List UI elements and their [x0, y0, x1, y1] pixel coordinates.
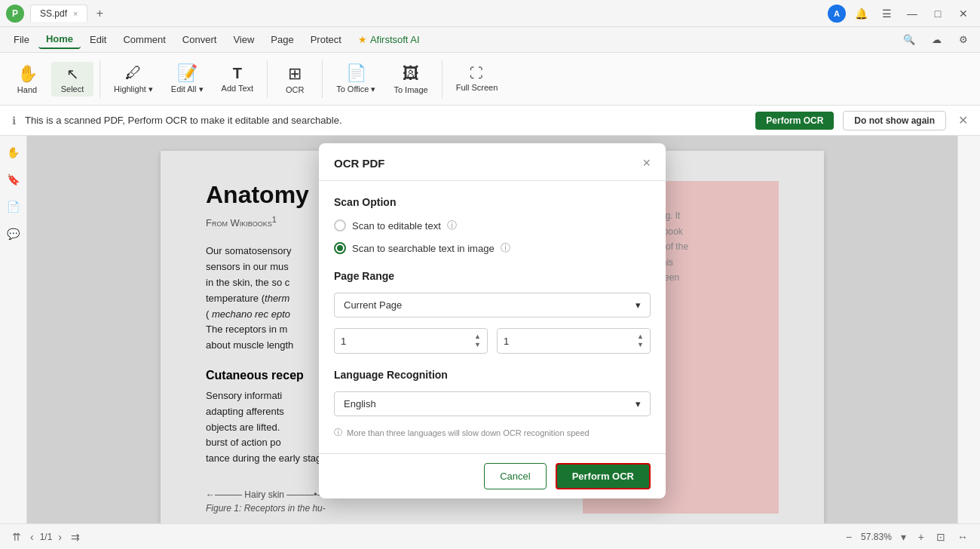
- star-icon: ★: [358, 34, 367, 45]
- select-icon: ↖: [66, 65, 79, 83]
- tool-select-label: Select: [61, 84, 84, 94]
- pdf-content-area: Anatomy From Wikibooks1 Our somatosensor…: [27, 136, 957, 523]
- zoom-in-button[interactable]: +: [915, 529, 927, 544]
- spinner-end-down-icon[interactable]: ▼: [637, 341, 644, 349]
- app-logo: P: [6, 5, 24, 23]
- search-icon[interactable]: 🔍: [899, 29, 920, 51]
- cloud-upload-icon[interactable]: ☁: [926, 29, 947, 51]
- menu-home[interactable]: Home: [38, 30, 81, 49]
- menu-comment[interactable]: Comment: [115, 31, 173, 48]
- logo-letter: P: [12, 8, 18, 19]
- settings-icon[interactable]: ⚙: [953, 29, 974, 51]
- perform-ocr-button[interactable]: Perform OCR: [755, 112, 834, 130]
- perform-ocr-dialog-button[interactable]: Perform OCR: [556, 463, 651, 489]
- zoom-controls: − 57.83% ▾ + ⊡ ↔: [843, 529, 971, 544]
- page-range-dropdown[interactable]: Current Page ▾: [334, 293, 651, 317]
- radio-editable-text[interactable]: Scan to editable text ⓘ: [334, 219, 651, 232]
- menu-view[interactable]: View: [225, 31, 262, 48]
- dialog-body: Scan Option Scan to editable text ⓘ Scan…: [319, 181, 666, 453]
- menu-file[interactable]: File: [6, 31, 37, 48]
- spinner-end-up-icon[interactable]: ▲: [637, 333, 644, 341]
- new-tab-button[interactable]: +: [90, 5, 109, 23]
- spinner-down-icon[interactable]: ▼: [474, 341, 481, 349]
- spinner-start: 1 ▲ ▼: [334, 328, 488, 354]
- info-icon-1[interactable]: ⓘ: [447, 219, 457, 232]
- tab-close-icon[interactable]: ×: [73, 9, 78, 18]
- lang-hint: ⓘ More than three languages will slow do…: [334, 427, 651, 438]
- dialog-title: OCR PDF: [334, 157, 385, 170]
- page-range-title: Page Range: [334, 270, 651, 282]
- hand-icon: ✋: [17, 64, 38, 84]
- menu-convert[interactable]: Convert: [175, 31, 225, 48]
- menubar: File Home Edit Comment Convert View Page…: [0, 27, 980, 53]
- close-window-icon[interactable]: ✕: [953, 3, 974, 24]
- tool-editall-label: Edit All ▾: [171, 84, 204, 94]
- tooffice-icon: 📄: [346, 63, 366, 83]
- zoom-level: 57.83%: [861, 532, 892, 542]
- tool-toimage[interactable]: 🖼 To Image: [386, 61, 435, 97]
- fit-width-button[interactable]: ↔: [954, 529, 971, 544]
- active-tab[interactable]: SS.pdf ×: [30, 5, 87, 22]
- minimize-icon[interactable]: —: [902, 3, 923, 24]
- prev-page-button[interactable]: ‹: [27, 529, 37, 544]
- zoom-out-button[interactable]: −: [843, 529, 855, 544]
- hamburger-icon[interactable]: ☰: [876, 3, 897, 24]
- ocr-dialog: OCR PDF × Scan Option Scan to editable t…: [319, 143, 666, 498]
- info-icon-2[interactable]: ⓘ: [501, 241, 510, 255]
- page-range-spinners: 1 ▲ ▼ 1 ▲ ▼: [334, 328, 651, 354]
- highlight-icon: 🖊: [125, 63, 142, 83]
- maximize-icon[interactable]: □: [927, 3, 948, 24]
- afirstsoft-ai-button[interactable]: ★ Afirstsoft AI: [351, 31, 427, 48]
- hint-info-icon: ⓘ: [334, 427, 342, 438]
- bell-icon[interactable]: 🔔: [850, 3, 871, 24]
- radio-searchable-image[interactable]: Scan to searchable text in image ⓘ: [334, 241, 651, 255]
- tool-fullscreen[interactable]: ⛶ Full Screen: [449, 63, 506, 95]
- scan-option-title: Scan Option: [334, 196, 651, 208]
- notif-close-icon[interactable]: ✕: [958, 113, 968, 127]
- menu-page[interactable]: Page: [263, 31, 301, 48]
- hint-message: More than three languages will slow down…: [347, 428, 590, 437]
- tool-ocr-label: OCR: [286, 85, 304, 94]
- tool-select[interactable]: ↖ Select: [51, 62, 93, 97]
- spinner-end: 1 ▲ ▼: [497, 328, 651, 354]
- page-navigation: ⇈ ‹ 1/1 › ⇉: [9, 529, 83, 544]
- dialog-footer: Cancel Perform OCR: [319, 453, 666, 498]
- spinner-up-icon[interactable]: ▲: [474, 333, 481, 341]
- last-page-button[interactable]: ⇉: [68, 529, 83, 544]
- spinner-end-controls: ▲ ▼: [637, 333, 644, 349]
- first-page-button[interactable]: ⇈: [9, 529, 24, 544]
- menu-protect[interactable]: Protect: [303, 31, 349, 48]
- dialog-close-icon[interactable]: ×: [642, 155, 651, 171]
- dialog-overlay: OCR PDF × Scan Option Scan to editable t…: [27, 136, 957, 523]
- sidebar-comment-icon[interactable]: 💬: [3, 223, 24, 244]
- sidebar-page-icon[interactable]: 📄: [3, 196, 24, 217]
- zoom-dropdown-icon[interactable]: ▾: [898, 529, 909, 544]
- language-dropdown[interactable]: English ▾: [334, 391, 651, 416]
- notif-message: This is a scanned PDF, Perform OCR to ma…: [25, 115, 746, 126]
- spinner-start-value[interactable]: 1: [341, 336, 346, 347]
- sidebar-hand-icon[interactable]: ✋: [3, 142, 24, 163]
- tool-tooffice[interactable]: 📄 To Office ▾: [329, 60, 383, 97]
- tool-ocr[interactable]: ⊞ OCR: [274, 61, 316, 97]
- tool-highlight[interactable]: 🖊 Highlight ▾: [106, 60, 161, 97]
- toolbar-sep-1: [100, 60, 100, 98]
- radio-circle-2: [334, 242, 346, 254]
- sidebar-bookmark-icon[interactable]: 🔖: [3, 169, 24, 190]
- tool-addtext[interactable]: T Add Text: [214, 62, 262, 96]
- radio-circle-1: [334, 219, 346, 232]
- lang-chevron-icon: ▾: [635, 398, 641, 409]
- tool-editall[interactable]: 📝 Edit All ▾: [164, 60, 211, 97]
- do-not-show-button[interactable]: Do not show again: [843, 111, 946, 130]
- tool-hand[interactable]: ✋ Hand: [6, 61, 48, 97]
- toolbar-sep-4: [442, 60, 443, 98]
- fit-page-button[interactable]: ⊡: [933, 529, 948, 544]
- menu-edit[interactable]: Edit: [82, 31, 114, 48]
- tool-hand-label: Hand: [17, 85, 37, 94]
- next-page-button[interactable]: ›: [55, 529, 65, 544]
- spinner-end-value[interactable]: 1: [504, 336, 509, 347]
- cancel-button[interactable]: Cancel: [484, 463, 546, 489]
- toimage-icon: 🖼: [403, 64, 419, 84]
- avatar: A: [828, 5, 846, 23]
- tool-highlight-label: Highlight ▾: [114, 84, 153, 94]
- tool-addtext-label: Add Text: [222, 84, 254, 93]
